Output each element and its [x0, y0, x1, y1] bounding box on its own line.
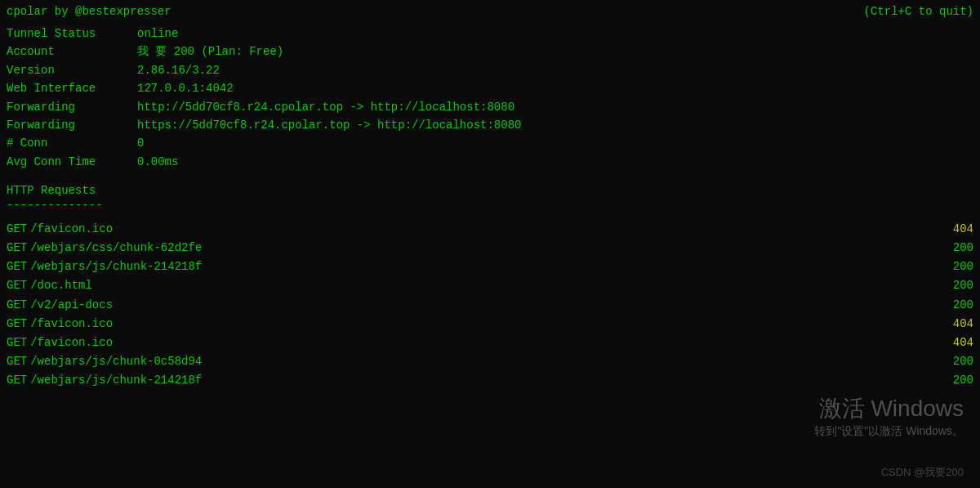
brand-text: cpolar by @bestexpresser	[7, 5, 172, 18]
avg-conn-row: Avg Conn Time 0.00ms	[7, 153, 973, 171]
http-status: 200	[945, 296, 973, 315]
http-method: GET	[7, 334, 27, 352]
http-path: /webjars/js/chunk-0c58d94	[30, 352, 942, 371]
http-request-row: GET/doc.html200	[7, 276, 973, 295]
http-method: GET	[7, 352, 27, 371]
http-path: /webjars/js/chunk-214218f	[30, 371, 942, 390]
watermark: 激活 Windows 转到"设置"以激活 Windows。	[814, 393, 964, 439]
conn-value: 0	[137, 134, 144, 152]
conn-row: # Conn 0	[7, 134, 973, 152]
account-value: 我 要 200 (Plan: Free)	[137, 43, 283, 60]
web-interface-label: Web Interface	[7, 79, 137, 97]
http-request-row: GET/webjars/js/chunk-0c58d94200	[7, 352, 973, 371]
account-label: Account	[7, 43, 137, 60]
http-method: GET	[7, 296, 27, 315]
http-status: 404	[945, 315, 973, 334]
tunnel-status-value: online	[137, 25, 178, 43]
http-status: 200	[945, 371, 973, 390]
forwarding2-value: https://5dd70cf8.r24.cpolar.top -> http:…	[137, 116, 521, 134]
conn-label: # Conn	[7, 134, 137, 152]
csdn-credit: CSDN @我要200	[881, 465, 964, 480]
http-request-row: GET/webjars/js/chunk-214218f200	[7, 257, 973, 276]
quit-hint: (Ctrl+C to quit)	[864, 5, 973, 18]
http-section: HTTP Requests -------------- GET/favicon…	[7, 184, 973, 390]
http-status: 404	[945, 220, 973, 239]
http-status: 200	[945, 276, 973, 295]
terminal: cpolar by @bestexpresser (Ctrl+C to quit…	[0, 0, 980, 488]
avg-conn-value: 0.00ms	[137, 153, 178, 171]
info-table: Tunnel Status online Account 我 要 200 (Pl…	[7, 25, 973, 171]
http-request-row: GET/v2/api-docs200	[7, 296, 973, 315]
http-request-row: GET/webjars/css/chunk-62d2fe200	[7, 239, 973, 257]
http-status: 200	[945, 257, 973, 276]
http-status: 404	[945, 334, 973, 352]
forwarding1-value: http://5dd70cf8.r24.cpolar.top -> http:/…	[137, 98, 514, 116]
web-interface-value: 127.0.0.1:4042	[137, 79, 234, 97]
tunnel-status-label: Tunnel Status	[7, 25, 137, 43]
http-request-row: GET/webjars/js/chunk-214218f200	[7, 371, 973, 390]
forwarding1-row: Forwarding http://5dd70cf8.r24.cpolar.to…	[7, 98, 973, 116]
forwarding2-label: Forwarding	[7, 116, 137, 134]
version-label: Version	[7, 61, 137, 79]
http-requests-list: GET/favicon.ico404GET/webjars/css/chunk-…	[7, 220, 973, 390]
forwarding1-label: Forwarding	[7, 98, 137, 116]
web-interface-row: Web Interface 127.0.0.1:4042	[7, 79, 973, 97]
http-method: GET	[7, 315, 27, 334]
http-title: HTTP Requests	[7, 184, 973, 197]
http-path: /webjars/js/chunk-214218f	[30, 257, 942, 276]
http-method: GET	[7, 276, 27, 295]
http-method: GET	[7, 257, 27, 276]
account-row: Account 我 要 200 (Plan: Free)	[7, 43, 973, 60]
avg-conn-label: Avg Conn Time	[7, 153, 137, 171]
http-request-row: GET/favicon.ico404	[7, 315, 973, 334]
http-status: 200	[945, 352, 973, 371]
http-path: /webjars/css/chunk-62d2fe	[30, 239, 942, 257]
forwarding2-row: Forwarding https://5dd70cf8.r24.cpolar.t…	[7, 116, 973, 134]
http-method: GET	[7, 239, 27, 257]
http-path: /doc.html	[30, 276, 942, 295]
http-method: GET	[7, 220, 27, 239]
tunnel-status-row: Tunnel Status online	[7, 25, 973, 43]
http-path: /favicon.ico	[30, 315, 942, 334]
http-method: GET	[7, 371, 27, 390]
http-path: /favicon.ico	[30, 334, 942, 352]
http-path: /favicon.ico	[30, 220, 942, 239]
http-path: /v2/api-docs	[30, 296, 942, 315]
http-request-row: GET/favicon.ico404	[7, 334, 973, 352]
version-row: Version 2.86.16/3.22	[7, 61, 973, 79]
watermark-line1: 激活 Windows	[814, 393, 964, 424]
version-value: 2.86.16/3.22	[137, 61, 220, 79]
http-status: 200	[945, 239, 973, 257]
http-divider: --------------	[7, 199, 973, 212]
watermark-line2: 转到"设置"以激活 Windows。	[814, 424, 964, 439]
header-line: cpolar by @bestexpresser (Ctrl+C to quit…	[7, 5, 973, 18]
http-request-row: GET/favicon.ico404	[7, 220, 973, 239]
